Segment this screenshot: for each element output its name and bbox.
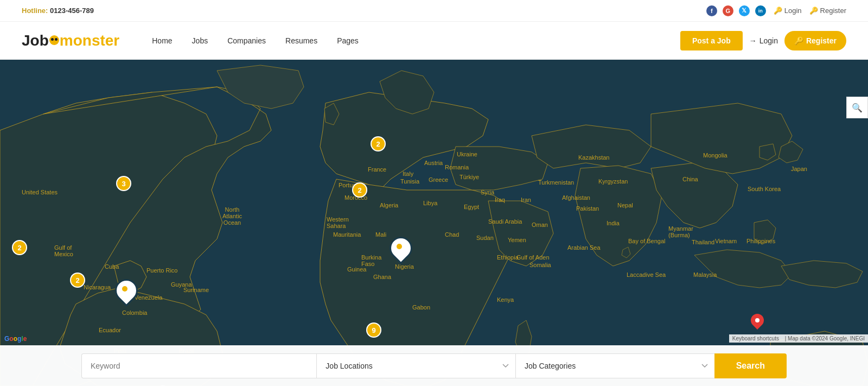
logo-job: Job [22, 32, 49, 49]
keyboard-shortcuts-link: Keyboard shortcuts [732, 336, 779, 341]
pin-body-west-africa [390, 237, 409, 261]
nav-companies[interactable]: Companies [227, 34, 266, 47]
linkedin-icon[interactable]: in [755, 5, 766, 16]
search-icon: 🔍 [852, 103, 863, 113]
logo-icon [49, 35, 59, 45]
logo: Job monster [22, 32, 119, 49]
hotline: Hotline: 0123-456-789 [22, 7, 94, 15]
hotline-number: 0123-456-789 [50, 7, 94, 15]
social-icons: f G 𝕏 in [706, 5, 766, 16]
red-pin-body [751, 314, 764, 330]
badge-nigeria-area[interactable]: 9 [366, 322, 381, 338]
login-icon: → [749, 36, 757, 45]
badge-central-america[interactable]: 2 [70, 273, 85, 288]
search-button[interactable]: Search [714, 353, 787, 378]
pin-colombia[interactable] [115, 279, 135, 303]
nav-pages[interactable]: Pages [337, 34, 359, 47]
badge-mexico[interactable]: 2 [12, 240, 27, 255]
keyword-input[interactable] [81, 353, 316, 378]
map-attribution: Keyboard shortcuts | Map data ©2024 Goog… [729, 334, 868, 343]
map-container: United States NorthAtlanticOcean Cuba Pu… [0, 60, 868, 386]
job-locations-select[interactable]: Job LocationsUnited StatesNigeriaColombi… [316, 353, 515, 378]
nav-login-button[interactable]: → Login [749, 36, 778, 45]
top-register-link[interactable]: 🔑 Register [809, 7, 846, 15]
nav-actions: Post a Job → Login 🔑 Register [680, 31, 846, 50]
nav-jobs[interactable]: Jobs [192, 34, 208, 47]
pin-west-africa[interactable] [390, 237, 409, 261]
map-search-button[interactable]: 🔍 [846, 97, 868, 118]
pin-body-colombia [115, 279, 135, 303]
red-pin-indonesia[interactable] [751, 314, 764, 330]
logo-monster: monster [60, 32, 119, 49]
top-bar: Hotline: 0123-456-789 f G 𝕏 in 🔑 Login 🔑… [0, 0, 868, 22]
hotline-label: Hotline: [22, 7, 48, 15]
facebook-icon[interactable]: f [706, 5, 717, 16]
google-logo: Google [4, 335, 27, 343]
post-job-button[interactable]: Post a Job [680, 31, 743, 50]
nav-links: Home Jobs Companies Resumes Pages [152, 34, 680, 47]
nav-home[interactable]: Home [152, 34, 172, 47]
nav-bar: Job monster Home Jobs Companies Resumes … [0, 22, 868, 60]
google-plus-icon[interactable]: G [723, 5, 733, 16]
top-login-link[interactable]: 🔑 Login [774, 7, 802, 15]
badge-canada[interactable]: 3 [116, 176, 131, 191]
register-key-icon: 🔑 [794, 36, 803, 45]
badge-france[interactable]: 2 [371, 136, 386, 151]
top-right: f G 𝕏 in 🔑 Login 🔑 Register [706, 5, 846, 16]
job-categories-select[interactable]: Job CategoriesTechnologyMarketingFinance… [515, 353, 714, 378]
search-bar: Job LocationsUnited StatesNigeriaColombi… [0, 345, 868, 386]
badge-portugal[interactable]: 2 [352, 182, 367, 198]
nav-register-button[interactable]: 🔑 Register [784, 31, 846, 50]
twitter-icon[interactable]: 𝕏 [739, 5, 750, 16]
nav-resumes[interactable]: Resumes [285, 34, 317, 47]
